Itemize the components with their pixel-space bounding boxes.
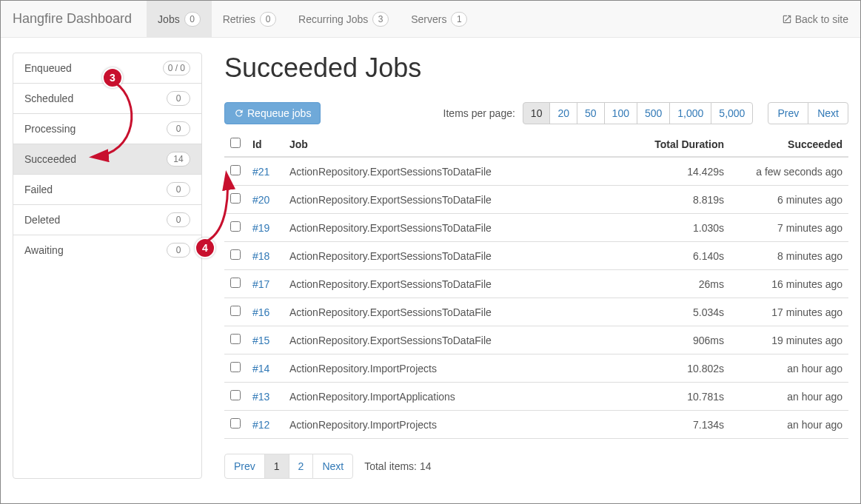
sidebar-item-label: Succeeded <box>24 153 76 165</box>
job-id-link[interactable]: #21 <box>252 166 269 178</box>
row-checkbox[interactable] <box>230 306 241 316</box>
items-per-page-100[interactable]: 100 <box>604 102 637 124</box>
sidebar-item-processing[interactable]: Processing0 <box>13 114 201 144</box>
row-checkbox[interactable] <box>230 362 241 372</box>
row-checkbox[interactable] <box>230 193 241 204</box>
job-id-link[interactable]: #15 <box>252 335 269 346</box>
items-per-page-50[interactable]: 50 <box>577 102 605 124</box>
navbar: Hangfire Dashboard Jobs 0Retries 0Recurr… <box>1 1 860 38</box>
job-when: an hour ago <box>730 411 848 439</box>
table-row: #15ActionRepository.ExportSessionsToData… <box>224 326 848 355</box>
pagination-row: Prev12Next Total items: 14 <box>224 454 848 479</box>
job-id-link[interactable]: #18 <box>252 250 269 262</box>
items-per-page: Items per page: 1020501005001,0005,000 P… <box>443 102 848 124</box>
page-1[interactable]: 1 <box>264 454 289 479</box>
nav-tab-jobs[interactable]: Jobs 0 <box>147 1 212 37</box>
back-to-site-link[interactable]: Back to site <box>782 13 848 25</box>
nav-tab-recurring-jobs[interactable]: Recurring Jobs 3 <box>287 1 400 37</box>
sidebar-item-count: 0 <box>167 243 190 258</box>
nav-tab-label: Jobs <box>158 13 180 25</box>
job-id-link[interactable]: #13 <box>252 391 269 403</box>
sidebar-item-label: Enqueued <box>24 62 72 74</box>
pager-prev[interactable]: Prev <box>224 454 265 479</box>
job-id-link[interactable]: #20 <box>252 194 269 206</box>
job-name: ActionRepository.ExportSessionsToDataFil… <box>284 214 626 242</box>
nav-tab-servers[interactable]: Servers 1 <box>400 1 478 37</box>
job-name: ActionRepository.ImportProjects <box>284 355 626 383</box>
row-checkbox[interactable] <box>230 334 241 344</box>
row-checkbox[interactable] <box>230 165 241 175</box>
table-row: #20ActionRepository.ExportSessionsToData… <box>224 186 848 214</box>
nav-tab-label: Recurring Jobs <box>298 13 368 25</box>
job-name: ActionRepository.ImportProjects <box>284 411 626 439</box>
sidebar-item-succeeded[interactable]: Succeeded14 <box>13 144 201 175</box>
job-duration: 14.429s <box>626 157 730 186</box>
row-checkbox[interactable] <box>230 390 241 400</box>
job-duration: 10.781s <box>626 383 730 411</box>
job-when: a few seconds ago <box>730 157 848 186</box>
nav-tab-count: 0 <box>260 12 276 27</box>
requeue-jobs-button[interactable]: Requeue jobs <box>224 102 321 124</box>
refresh-icon <box>234 108 244 118</box>
row-checkbox[interactable] <box>230 249 241 260</box>
job-name: ActionRepository.ExportSessionsToDataFil… <box>284 298 626 326</box>
job-name: ActionRepository.ExportSessionsToDataFil… <box>284 270 626 298</box>
main-content: Succeeded Jobs Requeue jobs Items per pa… <box>224 53 848 479</box>
sidebar-item-failed[interactable]: Failed0 <box>13 175 201 205</box>
nav-tab-retries[interactable]: Retries 0 <box>212 1 287 37</box>
items-per-page-1000[interactable]: 1,000 <box>669 102 711 124</box>
page-title: Succeeded Jobs <box>224 53 848 84</box>
controls-row: Requeue jobs Items per page: 10205010050… <box>224 102 848 124</box>
nav-tab-count: 3 <box>372 12 389 27</box>
sidebar-item-label: Awaiting <box>24 244 64 256</box>
job-when: 17 minutes ago <box>730 298 848 326</box>
items-per-page-20[interactable]: 20 <box>549 102 577 124</box>
nav-tab-count: 0 <box>184 12 201 27</box>
table-row: #13ActionRepository.ImportApplications10… <box>224 383 848 411</box>
job-id-link[interactable]: #12 <box>252 419 269 431</box>
items-per-page-500[interactable]: 500 <box>637 102 670 124</box>
table-row: #12ActionRepository.ImportProjects7.134s… <box>224 411 848 439</box>
external-link-icon <box>782 14 792 24</box>
requeue-jobs-label: Requeue jobs <box>247 107 311 119</box>
table-row: #14ActionRepository.ImportProjects10.802… <box>224 355 848 383</box>
job-id-link[interactable]: #16 <box>252 306 269 318</box>
job-id-link[interactable]: #17 <box>252 278 269 290</box>
items-per-page-10[interactable]: 10 <box>523 102 551 124</box>
job-id-link[interactable]: #14 <box>252 363 269 374</box>
sidebar-item-label: Processing <box>24 123 76 135</box>
table-row: #19ActionRepository.ExportSessionsToData… <box>224 214 848 242</box>
sidebar-item-scheduled[interactable]: Scheduled0 <box>13 84 201 114</box>
pager-next-top[interactable]: Next <box>808 102 848 124</box>
row-checkbox[interactable] <box>230 221 241 232</box>
back-to-site-label: Back to site <box>795 13 848 25</box>
sidebar-item-count: 0 / 0 <box>163 61 190 75</box>
job-when: 8 minutes ago <box>730 242 848 270</box>
sidebar-item-awaiting[interactable]: Awaiting0 <box>13 235 201 265</box>
pager-prev-top[interactable]: Prev <box>768 102 808 124</box>
col-job: Job <box>284 132 626 157</box>
job-duration: 26ms <box>626 270 730 298</box>
sidebar-item-count: 0 <box>167 212 190 227</box>
job-duration: 7.134s <box>626 411 730 439</box>
job-when: an hour ago <box>730 383 848 411</box>
page-2[interactable]: 2 <box>289 454 314 479</box>
items-per-page-label: Items per page: <box>443 107 515 119</box>
row-checkbox[interactable] <box>230 278 241 288</box>
table-row: #21ActionRepository.ExportSessionsToData… <box>224 157 848 186</box>
sidebar: Enqueued0 / 0Scheduled0Processing0Succee… <box>13 53 202 479</box>
row-checkbox[interactable] <box>230 418 241 429</box>
brand[interactable]: Hangfire Dashboard <box>13 11 147 27</box>
table-row: #16ActionRepository.ExportSessionsToData… <box>224 298 848 326</box>
sidebar-item-count: 0 <box>167 182 190 197</box>
pager-next[interactable]: Next <box>312 454 353 479</box>
sidebar-item-deleted[interactable]: Deleted0 <box>13 205 201 235</box>
total-items: Total items: 14 <box>364 460 431 472</box>
job-name: ActionRepository.ExportSessionsToDataFil… <box>284 242 626 270</box>
nav-tab-count: 1 <box>451 12 467 27</box>
job-id-link[interactable]: #19 <box>252 222 269 234</box>
items-per-page-5000[interactable]: 5,000 <box>711 102 753 124</box>
select-all-checkbox[interactable] <box>230 138 241 148</box>
annotation-4: 4 <box>195 238 215 258</box>
job-when: 16 minutes ago <box>730 270 848 298</box>
